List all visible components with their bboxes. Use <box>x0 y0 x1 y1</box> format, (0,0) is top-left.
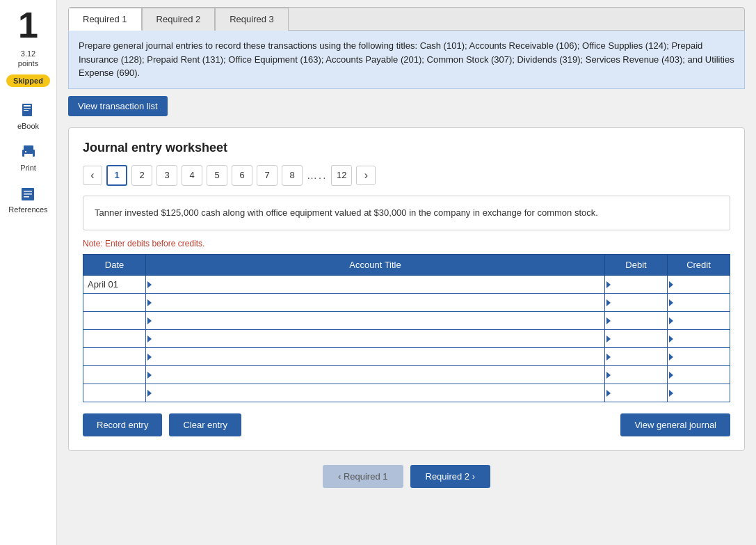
cell-indicator <box>606 354 611 361</box>
credit-cell-5[interactable] <box>668 348 730 366</box>
credit-input-3[interactable] <box>668 312 730 329</box>
col-header-debit: Debit <box>605 255 668 276</box>
page-3[interactable]: 3 <box>156 165 177 186</box>
print-nav[interactable]: Print <box>19 143 38 172</box>
tabs-bar: Required 1 Required 2 Required 3 <box>68 7 745 31</box>
prev-label: Required 1 <box>344 471 388 482</box>
references-nav[interactable]: References <box>8 184 47 214</box>
cell-indicator <box>606 299 611 306</box>
view-general-journal-button[interactable]: View general journal <box>620 413 730 436</box>
next-arrow: › <box>472 471 475 482</box>
debit-cell-6[interactable] <box>605 366 668 384</box>
page-4[interactable]: 4 <box>182 165 202 186</box>
prev-arrow: ‹ <box>338 471 341 482</box>
account-cell-2[interactable] <box>146 294 605 312</box>
debit-cell-5[interactable] <box>605 348 668 366</box>
debit-input-7[interactable] <box>605 384 667 402</box>
account-input-1[interactable] <box>146 276 604 293</box>
cell-indicator <box>147 317 152 324</box>
date-cell-2 <box>83 294 146 312</box>
cell-indicator <box>669 335 673 342</box>
page-7[interactable]: 7 <box>257 165 278 186</box>
debit-input-6[interactable] <box>605 366 667 384</box>
account-input-4[interactable] <box>146 330 604 347</box>
next-required-button[interactable]: Required 2 › <box>410 465 491 488</box>
col-header-credit: Credit <box>668 255 730 276</box>
instruction-text: Prepare general journal entries to recor… <box>79 40 734 78</box>
bottom-nav: ‹ Required 1 Required 2 › <box>68 465 745 488</box>
tab-required1[interactable]: Required 1 <box>69 8 142 31</box>
page-1[interactable]: 1 <box>106 165 127 186</box>
references-label: References <box>8 205 47 214</box>
credit-input-5[interactable] <box>668 348 730 365</box>
ebook-nav[interactable]: eBook <box>17 101 39 130</box>
page-8[interactable]: 8 <box>282 165 303 186</box>
debit-cell-4[interactable] <box>605 330 668 348</box>
cell-indicator <box>606 281 611 288</box>
page-5[interactable]: 5 <box>207 165 227 186</box>
debit-input-1[interactable] <box>605 276 667 293</box>
cell-indicator <box>669 281 673 288</box>
date-cell-1: April 01 <box>83 276 146 294</box>
account-cell-6[interactable] <box>146 366 605 384</box>
view-transaction-button[interactable]: View transaction list <box>68 96 168 116</box>
print-icon <box>19 143 38 162</box>
account-cell-7[interactable] <box>146 384 605 402</box>
cell-indicator <box>669 317 673 324</box>
date-cell-7 <box>83 384 146 402</box>
credit-cell-6[interactable] <box>668 366 730 384</box>
table-row: April 01 <box>83 276 730 294</box>
col-header-account: Account Title <box>146 255 605 276</box>
credit-input-1[interactable] <box>668 276 730 293</box>
prev-required-button[interactable]: ‹ Required 1 <box>323 465 403 488</box>
account-input-3[interactable] <box>146 312 604 329</box>
cell-indicator <box>147 390 152 397</box>
page-dots: ….. <box>307 169 327 181</box>
debit-input-3[interactable] <box>605 312 667 329</box>
credit-input-2[interactable] <box>668 294 730 311</box>
account-cell-1[interactable] <box>146 276 605 294</box>
ebook-label: eBook <box>17 122 39 130</box>
credit-cell-1[interactable] <box>668 276 730 294</box>
date-cell-5 <box>83 348 146 366</box>
account-input-5[interactable] <box>146 348 604 365</box>
cell-indicator <box>147 354 152 361</box>
credit-cell-4[interactable] <box>668 330 730 348</box>
pagination: ‹ 1 2 3 4 5 6 7 8 ….. 12 › <box>83 165 730 186</box>
account-cell-3[interactable] <box>146 312 605 330</box>
debit-cell-1[interactable] <box>605 276 668 294</box>
record-entry-button[interactable]: Record entry <box>83 413 162 436</box>
debit-cell-3[interactable] <box>605 312 668 330</box>
tab-required3[interactable]: Required 3 <box>215 8 289 31</box>
debit-cell-7[interactable] <box>605 384 668 402</box>
page-12[interactable]: 12 <box>331 165 352 186</box>
cell-indicator <box>669 299 673 306</box>
question-number: 1 <box>18 7 38 43</box>
note-text: Note: Enter debits before credits. <box>83 239 730 248</box>
next-page-button[interactable]: › <box>356 166 376 185</box>
account-input-2[interactable] <box>146 294 604 311</box>
tab-required2[interactable]: Required 2 <box>142 8 216 31</box>
account-input-7[interactable] <box>146 384 604 402</box>
debit-input-2[interactable] <box>605 294 667 311</box>
credit-cell-7[interactable] <box>668 384 730 402</box>
debit-input-5[interactable] <box>605 348 667 365</box>
page-6[interactable]: 6 <box>232 165 252 186</box>
debit-cell-2[interactable] <box>605 294 668 312</box>
table-row <box>83 294 730 312</box>
debit-input-4[interactable] <box>605 330 667 347</box>
credit-cell-2[interactable] <box>668 294 730 312</box>
credit-input-4[interactable] <box>668 330 730 347</box>
account-cell-5[interactable] <box>146 348 605 366</box>
prev-page-button[interactable]: ‹ <box>83 166 102 185</box>
account-cell-4[interactable] <box>146 330 605 348</box>
credit-input-6[interactable] <box>668 366 730 384</box>
account-input-6[interactable] <box>146 366 604 384</box>
clear-entry-button[interactable]: Clear entry <box>169 413 241 436</box>
page-2[interactable]: 2 <box>131 165 152 186</box>
table-row <box>83 330 730 348</box>
skipped-badge: Skipped <box>6 74 50 87</box>
credit-cell-3[interactable] <box>668 312 730 330</box>
cell-indicator <box>147 335 152 342</box>
credit-input-7[interactable] <box>668 384 730 402</box>
